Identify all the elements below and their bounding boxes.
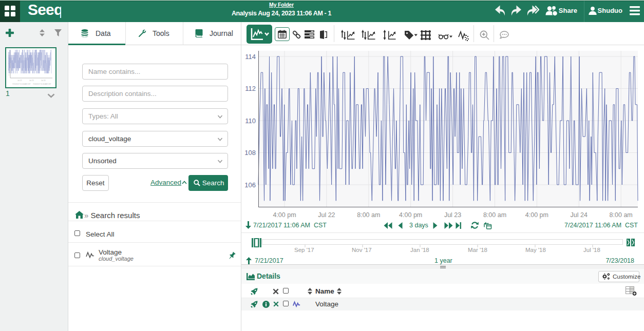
svg-text:Jul 23: Jul 23 <box>444 211 461 219</box>
svg-text:8:00 am: 8:00 am <box>357 211 380 219</box>
svg-text:112: 112 <box>245 85 256 92</box>
svg-text:7/21/2017 11:06 AM CST: 7/21/2017 11:06 AM CST <box>12 83 31 85</box>
svg-text:8:00 am: 8:00 am <box>610 211 633 219</box>
svg-text:108: 108 <box>244 149 256 157</box>
svg-text:Jul 22: Jul 22 <box>318 211 335 219</box>
svg-text:Jul 23: Jul 23 <box>29 80 34 82</box>
svg-text:4:00 pm: 4:00 pm <box>525 211 548 219</box>
svg-text:8:00 am: 8:00 am <box>483 211 506 219</box>
svg-text:110: 110 <box>245 117 256 125</box>
svg-text:4:00 pm: 4:00 pm <box>399 211 422 219</box>
svg-text:106: 106 <box>244 181 256 189</box>
svg-text:Jul 24: Jul 24 <box>41 80 46 82</box>
svg-text:Jul 22: Jul 22 <box>17 80 22 82</box>
svg-text:114: 114 <box>245 53 256 61</box>
svg-text:7/24/2017 11:06 AM CST: 7/24/2017 11:06 AM CST <box>33 83 51 85</box>
svg-text:Jul 24: Jul 24 <box>571 211 588 219</box>
svg-text:4:00 pm: 4:00 pm <box>273 211 296 219</box>
